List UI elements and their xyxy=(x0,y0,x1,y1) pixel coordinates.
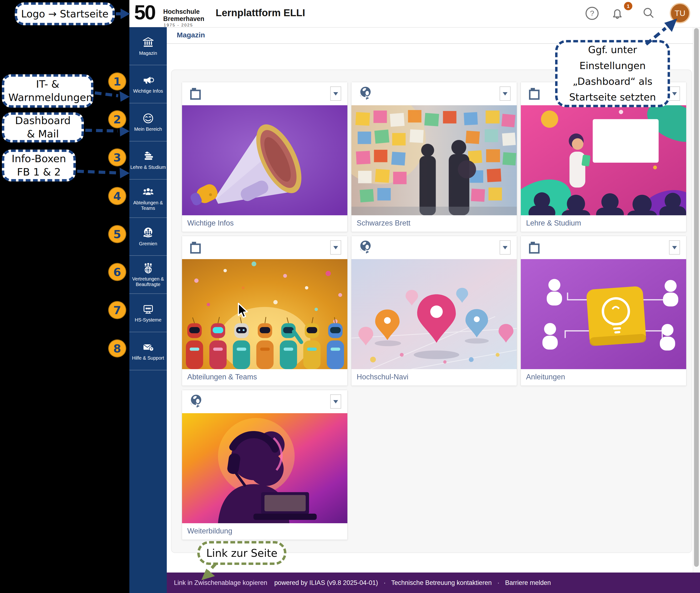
card-actions-dropdown[interactable] xyxy=(500,240,511,254)
group-icon xyxy=(142,186,154,198)
card-image-lightbulb-cube xyxy=(521,259,686,369)
card-header xyxy=(182,82,347,105)
annotation-number-4: 4 xyxy=(108,187,126,205)
megaphone-icon xyxy=(142,74,154,86)
card-hochschul-navi[interactable]: Hochschul-Navi xyxy=(351,236,517,386)
monitor-password-icon xyxy=(142,303,154,315)
copy-link-action[interactable]: Link in Zwischenablage kopieren xyxy=(174,579,267,586)
card-wichtige-infos[interactable]: Wichtige Infos xyxy=(182,82,347,232)
annotation-callout-3: Info-Boxen FB 1 & 2 xyxy=(2,150,76,182)
card-header xyxy=(352,236,517,259)
sidebar-item-label: Magazin xyxy=(130,50,166,56)
smiley-icon xyxy=(142,112,154,124)
card-abteilungen-teams[interactable]: Abteilungen & Teams xyxy=(182,236,347,386)
avatar[interactable]: TU xyxy=(670,3,690,23)
annotation-number-2: 2 xyxy=(108,110,126,128)
card-title[interactable]: Wichtige Infos xyxy=(182,215,347,232)
sidebar-item-wichtige-infos[interactable]: Wichtige Infos xyxy=(130,65,167,103)
sidebar-nav: Magazin Wichtige Infos Mein Bereich Lehr… xyxy=(130,27,167,593)
powered-by-text: powered by ILIAS (v9.8 2025-04-01) xyxy=(274,579,378,586)
annotation-number-1: 1 xyxy=(108,72,126,90)
chevron-down-icon xyxy=(503,246,508,252)
card-actions-dropdown[interactable] xyxy=(500,86,511,101)
annotation-link-callout: Link zur Seite xyxy=(197,541,286,565)
card-header xyxy=(182,390,347,413)
annotation-number-7: 7 xyxy=(108,301,126,319)
logo-name: HochschuleBremerhaven xyxy=(163,8,205,23)
card-actions-dropdown[interactable] xyxy=(669,240,680,254)
sidebar-item-label: Abteilungen & Teams xyxy=(130,200,166,211)
folder-icon xyxy=(527,240,543,255)
help-icon[interactable]: ? xyxy=(585,6,599,21)
bank-icon xyxy=(142,36,154,48)
search-icon[interactable] xyxy=(641,6,656,21)
sidebar-item-hilfe-support[interactable]: ? Hilfe & Support xyxy=(130,332,167,370)
card-actions-dropdown[interactable] xyxy=(330,394,341,409)
svg-text:?: ? xyxy=(150,347,152,351)
chevron-down-icon xyxy=(503,92,508,98)
card-image-robots xyxy=(182,259,347,369)
sidebar-item-magazin[interactable]: Magazin xyxy=(130,27,167,65)
sidebar-item-mein-bereich[interactable]: Mein Bereich xyxy=(130,103,167,141)
card-image-headphones-person xyxy=(182,413,347,523)
card-title[interactable]: Weiterbildung xyxy=(182,523,347,540)
annotation-number-5: 5 xyxy=(108,225,126,243)
sidebar-item-label: Wichtige Infos xyxy=(130,88,166,94)
card-title[interactable]: Anleitungen xyxy=(521,369,686,386)
card-weiterbildung[interactable]: Weiterbildung xyxy=(182,390,347,540)
scrollbar-thumb[interactable] xyxy=(694,28,699,567)
card-image-map-pins xyxy=(352,259,517,369)
sidebar-item-label: Vertretungen & Beauftragte xyxy=(130,276,166,287)
page-title: Lernplattform ELLI xyxy=(216,7,305,18)
card-title[interactable]: Abteilungen & Teams xyxy=(182,369,347,386)
card-header xyxy=(521,236,686,259)
sidebar-item-label: HS-Systeme xyxy=(130,317,166,323)
card-actions-dropdown[interactable] xyxy=(669,86,680,101)
annotation-number-3: 3 xyxy=(108,148,126,166)
header-bar: 50 HochschuleBremerhaven 1975 - 2025 Ler… xyxy=(130,0,700,28)
sidebar-item-lehre-studium[interactable]: Lehre & Studium xyxy=(130,141,167,179)
card-actions-dropdown[interactable] xyxy=(330,86,341,101)
chevron-down-icon xyxy=(333,400,338,406)
logo-years: 1975 - 2025 xyxy=(164,23,193,28)
committee-icon xyxy=(142,227,154,239)
bell-icon[interactable] xyxy=(610,6,624,21)
sidebar-item-label: Mein Bereich xyxy=(130,126,166,132)
sidebar-item-abteilungen-teams[interactable]: Abteilungen & Teams xyxy=(130,179,167,218)
card-image-sticky-notes xyxy=(352,105,517,215)
sidebar-item-hs-systeme[interactable]: HS-Systeme xyxy=(130,293,167,332)
report-barrier-link[interactable]: Barriere melden xyxy=(505,579,551,586)
card-image-megaphone xyxy=(182,105,347,215)
annotation-number-8: 8 xyxy=(108,340,126,357)
footer-separator: · xyxy=(383,579,386,586)
annotation-logo-callout: Logo → Startseite xyxy=(15,2,115,25)
chevron-down-icon xyxy=(672,92,677,98)
svg-text:?: ? xyxy=(590,9,594,17)
card-image-lecture xyxy=(521,105,686,215)
sidebar-item-gremien[interactable]: Gremien xyxy=(130,218,167,255)
contact-support-link[interactable]: Technische Betreuung kontaktieren xyxy=(391,579,492,586)
weblink-icon xyxy=(188,394,204,409)
card-actions-dropdown[interactable] xyxy=(330,240,341,254)
card-header xyxy=(182,236,347,259)
weblink-icon xyxy=(358,240,373,255)
card-title[interactable]: Schwarzes Brett xyxy=(352,215,517,232)
card-title[interactable]: Lehre & Studium xyxy=(521,215,686,232)
chevron-down-icon xyxy=(333,246,338,252)
sidebar-item-vertretungen-beauftragte[interactable]: Vertretungen & Beauftragte xyxy=(130,255,167,293)
hochschule-bremerhaven-logo[interactable]: 50 HochschuleBremerhaven 1975 - 2025 xyxy=(134,1,213,26)
card-anleitungen[interactable]: Anleitungen xyxy=(521,236,687,386)
sidebar-item-label: Hilfe & Support xyxy=(130,355,166,361)
annotation-callout-1: IT- & Warnmeldungen xyxy=(2,74,94,108)
logo-50: 50 xyxy=(134,0,155,24)
sidebar-divider xyxy=(130,370,167,370)
card-title[interactable]: Hochschul-Navi xyxy=(352,369,517,386)
globe-people-icon xyxy=(142,262,154,274)
breadcrumb[interactable]: Magazin xyxy=(177,27,205,43)
card-header xyxy=(352,82,517,105)
ilias-lernplattform-screenshot: 50 HochschuleBremerhaven 1975 - 2025 Ler… xyxy=(0,0,700,593)
annotation-settings-callout: Ggf. unter Einstellungen „Dashboard“ als… xyxy=(555,40,670,107)
card-schwarzes-brett[interactable]: Schwarzes Brett xyxy=(351,82,517,232)
annotation-number-6: 6 xyxy=(108,263,126,281)
folder-icon xyxy=(527,86,543,102)
